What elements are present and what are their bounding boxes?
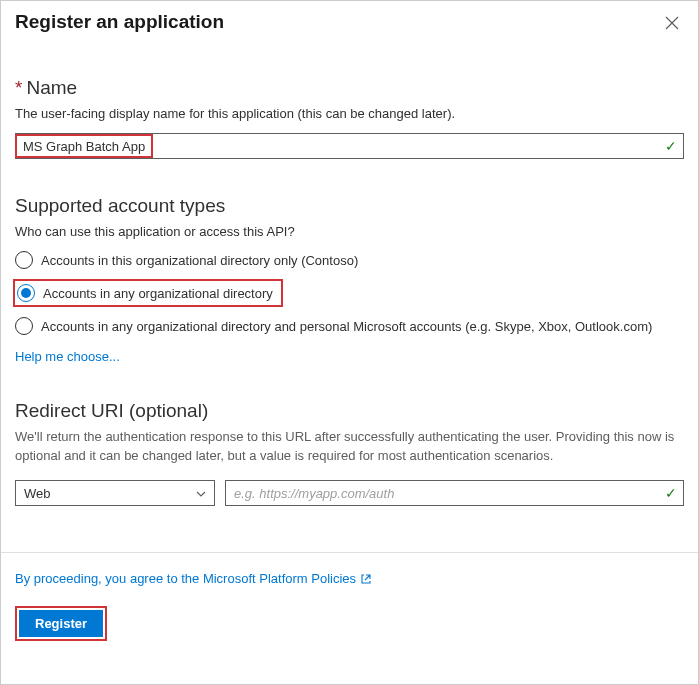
name-text-field[interactable] [153, 134, 683, 158]
redirect-url-input[interactable] [226, 481, 683, 505]
platform-policies-link[interactable]: By proceeding, you agree to the Microsof… [15, 571, 356, 586]
redirect-platform-value: Web [24, 486, 51, 501]
account-type-option-2[interactable]: Accounts in any organizational directory… [15, 317, 684, 335]
redirect-label: Redirect URI (optional) [15, 400, 684, 422]
redirect-platform-select[interactable]: Web [15, 480, 215, 506]
name-value: MS Graph Batch App [15, 134, 153, 158]
name-label: *Name [15, 77, 684, 99]
chevron-down-icon [196, 487, 206, 499]
register-button[interactable]: Register [19, 610, 103, 637]
radio-icon [15, 317, 33, 335]
redirect-help: We'll return the authentication response… [15, 428, 684, 466]
close-icon [665, 16, 679, 30]
external-link-icon [360, 573, 372, 585]
required-asterisk: * [15, 77, 22, 98]
account-types-help: Who can use this application or access t… [15, 223, 684, 241]
radio-label: Accounts in any organizational directory [43, 286, 273, 301]
name-input[interactable]: MS Graph Batch App ✓ [15, 133, 684, 159]
account-type-option-1[interactable]: Accounts in any organizational directory [13, 279, 283, 307]
page-title: Register an application [15, 11, 224, 33]
radio-icon [17, 284, 35, 302]
radio-icon [15, 251, 33, 269]
account-types-label: Supported account types [15, 195, 684, 217]
account-type-option-0[interactable]: Accounts in this organizational director… [15, 251, 684, 269]
radio-label: Accounts in any organizational directory… [41, 319, 652, 334]
name-help: The user-facing display name for this ap… [15, 105, 684, 123]
close-button[interactable] [660, 11, 684, 35]
redirect-url-input-wrap[interactable]: ✓ [225, 480, 684, 506]
help-me-choose-link[interactable]: Help me choose... [15, 349, 120, 364]
radio-label: Accounts in this organizational director… [41, 253, 358, 268]
